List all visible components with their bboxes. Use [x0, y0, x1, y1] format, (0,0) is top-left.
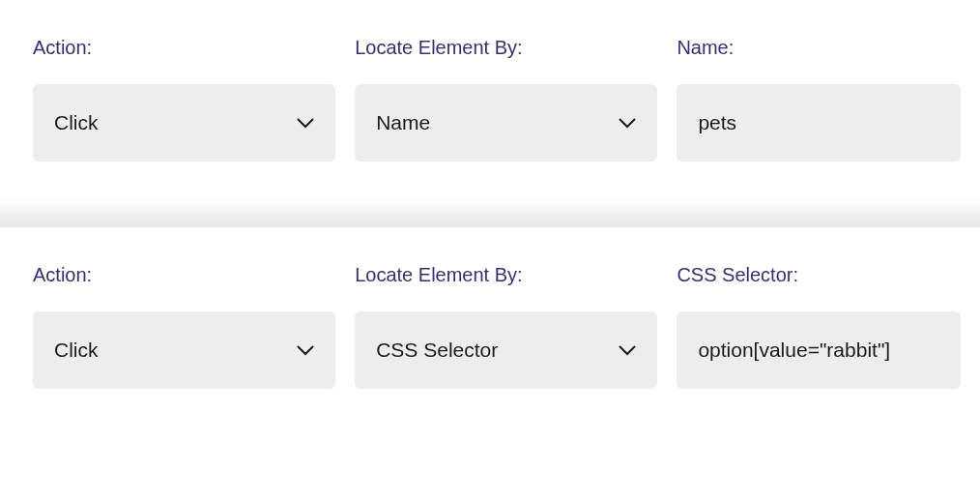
form-row: Action: Click Locate Element By: CSS Sel…: [33, 264, 961, 389]
locate-by-field: Locate Element By: Name: [355, 37, 657, 162]
locate-by-select-value: CSS Selector: [376, 339, 498, 362]
param-field: CSS Selector:: [677, 264, 961, 389]
locate-by-label: Locate Element By:: [355, 37, 657, 59]
chevron-down-icon: [619, 344, 636, 356]
action-select[interactable]: Click: [33, 311, 335, 389]
param-field: Name:: [677, 37, 961, 162]
action-select-value: Click: [54, 111, 99, 134]
section-divider: [0, 198, 980, 227]
locate-by-field: Locate Element By: CSS Selector: [355, 264, 657, 389]
param-label: CSS Selector:: [677, 264, 961, 286]
locate-by-select-value: Name: [376, 111, 430, 134]
chevron-down-icon: [297, 344, 314, 356]
form-row: Action: Click Locate Element By: Name Na…: [33, 37, 961, 162]
locate-by-select[interactable]: CSS Selector: [355, 311, 657, 389]
action-select-value: Click: [54, 339, 99, 362]
action-select[interactable]: Click: [33, 84, 335, 162]
param-input[interactable]: [677, 311, 961, 389]
param-label: Name:: [677, 37, 961, 59]
action-label: Action:: [33, 37, 335, 59]
form-section-2: Action: Click Locate Element By: CSS Sel…: [0, 227, 980, 426]
locate-by-select[interactable]: Name: [355, 84, 657, 162]
chevron-down-icon: [297, 117, 314, 129]
form-section-1: Action: Click Locate Element By: Name Na…: [0, 0, 980, 198]
locate-by-label: Locate Element By:: [355, 264, 657, 286]
action-label: Action:: [33, 264, 335, 286]
action-field: Action: Click: [33, 37, 335, 162]
param-input[interactable]: [677, 84, 961, 162]
action-field: Action: Click: [33, 264, 335, 389]
chevron-down-icon: [619, 117, 636, 129]
